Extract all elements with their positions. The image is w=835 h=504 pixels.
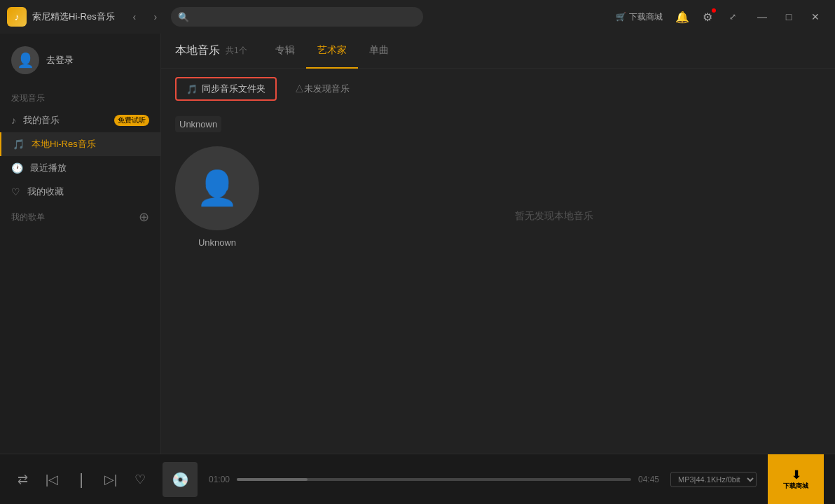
minimize-button[interactable]: — <box>750 4 775 29</box>
content-row: 👤 Unknown 暂无发现本地音乐 <box>161 139 835 293</box>
album-art: 💿 <box>163 462 198 497</box>
notification-dot <box>712 8 716 13</box>
sidebar: 👤 去登录 发现音乐 ♪ 我的音乐 免费试听 🎵 本地Hi-Res音乐 🕐 最近… <box>0 34 161 454</box>
settings-button[interactable]: ⚙ <box>696 6 719 28</box>
bell-icon: 🔔 <box>675 10 689 24</box>
tab-singles[interactable]: 单曲 <box>358 34 400 69</box>
forward-button[interactable]: › <box>147 8 164 25</box>
progress-fill <box>237 478 308 481</box>
title-actions: 🛒 下载商城 🔔 ⚙ ⤢ <box>610 6 744 28</box>
download-area-player[interactable]: ⬇ 下载商城 <box>768 454 824 504</box>
add-playlist-button[interactable]: ⊕ <box>139 209 149 225</box>
nav-arrows: ‹ › <box>126 8 164 25</box>
tab-artists[interactable]: 艺术家 <box>306 34 358 69</box>
sidebar-item-local-hires[interactable]: 🎵 本地Hi-Res音乐 <box>0 132 160 156</box>
repeat-button[interactable]: ⇄ <box>11 468 34 491</box>
maximize-button[interactable]: □ <box>776 4 801 29</box>
close-button[interactable]: ✕ <box>803 4 828 29</box>
avatar-icon: 👤 <box>17 52 34 69</box>
login-button[interactable]: 去登录 <box>46 54 74 66</box>
expand-icon: ⤢ <box>729 12 736 22</box>
action-bar: 🎵 同步音乐文件夹 △未发现音乐 <box>161 69 835 109</box>
app-logo: ♪ 索尼精选Hi-Res音乐 <box>7 7 115 27</box>
discover-section-label: 发现音乐 <box>0 85 160 108</box>
free-trial-badge: 免费试听 <box>114 115 149 126</box>
prev-button[interactable]: |◁ <box>41 468 63 491</box>
tabs-bar: 本地音乐 共1个 专辑 艺术家 单曲 <box>161 34 835 69</box>
cart-icon: 🛒 <box>616 12 626 22</box>
artist-avatar: 👤 <box>175 146 259 230</box>
search-icon: 🔍 <box>178 12 189 22</box>
player-quality: MP3|44.1KHz/0bit <box>670 472 757 487</box>
player-bar: ⇄ |◁ | ▷| ♡ 💿 01:00 04:45 MP3|44.1KHz/0b… <box>0 454 835 504</box>
expand-button[interactable]: ⤢ <box>722 6 744 28</box>
artist-card[interactable]: 👤 Unknown <box>175 146 259 248</box>
music-icon: ♪ <box>11 115 16 126</box>
title-bar: ♪ 索尼精选Hi-Res音乐 ‹ › 🔍 🛒 下载商城 🔔 ⚙ ⤢ — □ ✕ <box>0 0 835 34</box>
time-total: 04:45 <box>638 475 659 484</box>
page-title: 本地音乐 <box>175 43 220 58</box>
sync-folder-button[interactable]: 🎵 同步音乐文件夹 <box>175 77 277 101</box>
sidebar-item-favorites[interactable]: ♡ 我的收藏 <box>0 180 160 204</box>
back-button[interactable]: ‹ <box>126 8 143 25</box>
user-section: 👤 去登录 <box>0 41 160 85</box>
playlist-section-row: 我的歌单 ⊕ <box>0 204 160 227</box>
tab-albums[interactable]: 专辑 <box>264 34 306 69</box>
undiscovered-button[interactable]: △未发现音乐 <box>285 78 359 99</box>
progress-bar[interactable] <box>237 478 631 481</box>
person-icon: 👤 <box>196 169 238 208</box>
artist-grid-section: Unknown <box>161 109 835 139</box>
search-input[interactable] <box>193 12 416 22</box>
folder-icon: 🎵 <box>186 84 198 94</box>
page-count: 共1个 <box>226 45 247 57</box>
quality-selector[interactable]: MP3|44.1KHz/0bit <box>670 472 757 487</box>
main-area: 👤 去登录 发现音乐 ♪ 我的音乐 免费试听 🎵 本地Hi-Res音乐 🕐 最近… <box>0 34 835 454</box>
download-store-button[interactable]: 🛒 下载商城 <box>610 8 668 26</box>
content-area: 本地音乐 共1个 专辑 艺术家 单曲 🎵 同步音乐文件夹 △未发现音乐 Unkn… <box>161 34 835 454</box>
play-pause-button[interactable]: | <box>70 468 92 491</box>
heart-icon: ♡ <box>11 186 20 197</box>
player-progress-area: 01:00 04:45 <box>209 475 659 484</box>
clock-icon: 🕐 <box>11 162 23 174</box>
window-controls: — □ ✕ <box>750 4 828 29</box>
artist-name: Unknown <box>198 237 236 248</box>
gear-icon: ⚙ <box>703 10 712 24</box>
sidebar-item-my-music[interactable]: ♪ 我的音乐 免费试听 <box>0 108 160 132</box>
logo-icon: ♪ <box>7 7 27 27</box>
search-bar: 🔍 <box>171 7 423 27</box>
notification-button[interactable]: 🔔 <box>671 6 693 28</box>
local-music-icon: 🎵 <box>13 139 25 150</box>
app-title: 索尼精选Hi-Res音乐 <box>32 10 115 23</box>
empty-state: 暂无发现本地音乐 <box>287 146 821 286</box>
disc-icon: 💿 <box>172 471 189 488</box>
artist-section-label: Unknown <box>175 116 221 132</box>
like-button[interactable]: ♡ <box>129 468 151 491</box>
playlist-label: 我的歌单 <box>11 211 45 223</box>
player-controls: ⇄ |◁ | ▷| ♡ <box>11 468 151 491</box>
time-current: 01:00 <box>209 475 230 484</box>
next-button[interactable]: ▷| <box>99 468 122 491</box>
avatar: 👤 <box>11 46 39 74</box>
download-icon: ⬇ <box>792 468 801 482</box>
sidebar-item-recent-play[interactable]: 🕐 最近播放 <box>0 156 160 180</box>
